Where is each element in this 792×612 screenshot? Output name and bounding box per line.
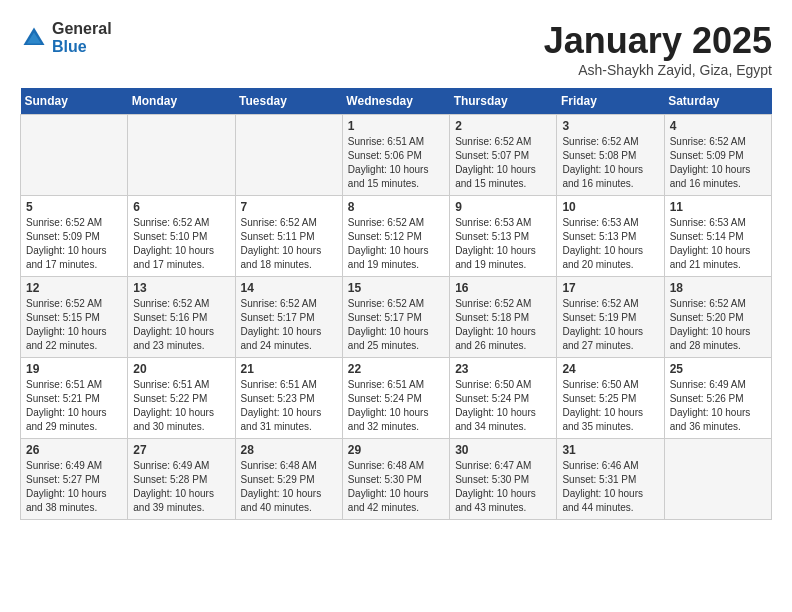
calendar-cell: 3Sunrise: 6:52 AMSunset: 5:08 PMDaylight… (557, 115, 664, 196)
day-number: 8 (348, 200, 444, 214)
logo-icon (20, 24, 48, 52)
calendar-cell: 12Sunrise: 6:52 AMSunset: 5:15 PMDayligh… (21, 277, 128, 358)
weekday-header-wednesday: Wednesday (342, 88, 449, 115)
calendar-cell: 10Sunrise: 6:53 AMSunset: 5:13 PMDayligh… (557, 196, 664, 277)
day-number: 28 (241, 443, 337, 457)
day-detail: Sunrise: 6:52 AMSunset: 5:15 PMDaylight:… (26, 297, 122, 353)
day-number: 2 (455, 119, 551, 133)
calendar-cell: 8Sunrise: 6:52 AMSunset: 5:12 PMDaylight… (342, 196, 449, 277)
day-detail: Sunrise: 6:53 AMSunset: 5:14 PMDaylight:… (670, 216, 766, 272)
day-detail: Sunrise: 6:49 AMSunset: 5:28 PMDaylight:… (133, 459, 229, 515)
day-detail: Sunrise: 6:52 AMSunset: 5:12 PMDaylight:… (348, 216, 444, 272)
day-detail: Sunrise: 6:51 AMSunset: 5:21 PMDaylight:… (26, 378, 122, 434)
day-detail: Sunrise: 6:52 AMSunset: 5:19 PMDaylight:… (562, 297, 658, 353)
day-number: 5 (26, 200, 122, 214)
logo-blue-text: Blue (52, 38, 112, 56)
day-number: 22 (348, 362, 444, 376)
day-detail: Sunrise: 6:52 AMSunset: 5:18 PMDaylight:… (455, 297, 551, 353)
calendar-cell (664, 439, 771, 520)
day-detail: Sunrise: 6:52 AMSunset: 5:09 PMDaylight:… (26, 216, 122, 272)
calendar-cell: 14Sunrise: 6:52 AMSunset: 5:17 PMDayligh… (235, 277, 342, 358)
day-number: 16 (455, 281, 551, 295)
calendar-cell: 25Sunrise: 6:49 AMSunset: 5:26 PMDayligh… (664, 358, 771, 439)
day-detail: Sunrise: 6:52 AMSunset: 5:10 PMDaylight:… (133, 216, 229, 272)
weekday-row: SundayMondayTuesdayWednesdayThursdayFrid… (21, 88, 772, 115)
day-detail: Sunrise: 6:53 AMSunset: 5:13 PMDaylight:… (562, 216, 658, 272)
calendar-cell: 27Sunrise: 6:49 AMSunset: 5:28 PMDayligh… (128, 439, 235, 520)
day-number: 12 (26, 281, 122, 295)
day-number: 11 (670, 200, 766, 214)
calendar-cell: 2Sunrise: 6:52 AMSunset: 5:07 PMDaylight… (450, 115, 557, 196)
calendar-body: 1Sunrise: 6:51 AMSunset: 5:06 PMDaylight… (21, 115, 772, 520)
calendar-cell: 30Sunrise: 6:47 AMSunset: 5:30 PMDayligh… (450, 439, 557, 520)
day-number: 17 (562, 281, 658, 295)
day-detail: Sunrise: 6:52 AMSunset: 5:07 PMDaylight:… (455, 135, 551, 191)
day-number: 1 (348, 119, 444, 133)
day-number: 15 (348, 281, 444, 295)
calendar-cell: 24Sunrise: 6:50 AMSunset: 5:25 PMDayligh… (557, 358, 664, 439)
logo: General Blue (20, 20, 112, 55)
calendar-header: SundayMondayTuesdayWednesdayThursdayFrid… (21, 88, 772, 115)
week-row-3: 12Sunrise: 6:52 AMSunset: 5:15 PMDayligh… (21, 277, 772, 358)
weekday-header-thursday: Thursday (450, 88, 557, 115)
day-detail: Sunrise: 6:51 AMSunset: 5:24 PMDaylight:… (348, 378, 444, 434)
day-number: 4 (670, 119, 766, 133)
day-number: 6 (133, 200, 229, 214)
calendar-table: SundayMondayTuesdayWednesdayThursdayFrid… (20, 88, 772, 520)
weekday-header-sunday: Sunday (21, 88, 128, 115)
day-number: 10 (562, 200, 658, 214)
day-number: 25 (670, 362, 766, 376)
day-number: 14 (241, 281, 337, 295)
day-number: 21 (241, 362, 337, 376)
day-detail: Sunrise: 6:50 AMSunset: 5:25 PMDaylight:… (562, 378, 658, 434)
calendar-cell: 16Sunrise: 6:52 AMSunset: 5:18 PMDayligh… (450, 277, 557, 358)
calendar-cell: 15Sunrise: 6:52 AMSunset: 5:17 PMDayligh… (342, 277, 449, 358)
calendar-cell (235, 115, 342, 196)
day-number: 3 (562, 119, 658, 133)
calendar-cell: 7Sunrise: 6:52 AMSunset: 5:11 PMDaylight… (235, 196, 342, 277)
day-detail: Sunrise: 6:49 AMSunset: 5:27 PMDaylight:… (26, 459, 122, 515)
day-detail: Sunrise: 6:52 AMSunset: 5:16 PMDaylight:… (133, 297, 229, 353)
calendar-subtitle: Ash-Shaykh Zayid, Giza, Egypt (544, 62, 772, 78)
week-row-2: 5Sunrise: 6:52 AMSunset: 5:09 PMDaylight… (21, 196, 772, 277)
page-header: General Blue January 2025 Ash-Shaykh Zay… (20, 20, 772, 78)
day-detail: Sunrise: 6:51 AMSunset: 5:22 PMDaylight:… (133, 378, 229, 434)
week-row-4: 19Sunrise: 6:51 AMSunset: 5:21 PMDayligh… (21, 358, 772, 439)
day-number: 29 (348, 443, 444, 457)
day-number: 23 (455, 362, 551, 376)
day-number: 24 (562, 362, 658, 376)
day-number: 30 (455, 443, 551, 457)
day-detail: Sunrise: 6:51 AMSunset: 5:23 PMDaylight:… (241, 378, 337, 434)
calendar-cell (128, 115, 235, 196)
day-number: 13 (133, 281, 229, 295)
logo-general-text: General (52, 20, 112, 38)
calendar-cell: 18Sunrise: 6:52 AMSunset: 5:20 PMDayligh… (664, 277, 771, 358)
day-number: 27 (133, 443, 229, 457)
day-detail: Sunrise: 6:52 AMSunset: 5:11 PMDaylight:… (241, 216, 337, 272)
day-detail: Sunrise: 6:52 AMSunset: 5:20 PMDaylight:… (670, 297, 766, 353)
calendar-cell: 21Sunrise: 6:51 AMSunset: 5:23 PMDayligh… (235, 358, 342, 439)
calendar-cell: 5Sunrise: 6:52 AMSunset: 5:09 PMDaylight… (21, 196, 128, 277)
calendar-cell: 17Sunrise: 6:52 AMSunset: 5:19 PMDayligh… (557, 277, 664, 358)
calendar-cell: 19Sunrise: 6:51 AMSunset: 5:21 PMDayligh… (21, 358, 128, 439)
day-detail: Sunrise: 6:50 AMSunset: 5:24 PMDaylight:… (455, 378, 551, 434)
day-detail: Sunrise: 6:48 AMSunset: 5:29 PMDaylight:… (241, 459, 337, 515)
calendar-title: January 2025 (544, 20, 772, 62)
day-number: 9 (455, 200, 551, 214)
day-number: 7 (241, 200, 337, 214)
calendar-cell: 28Sunrise: 6:48 AMSunset: 5:29 PMDayligh… (235, 439, 342, 520)
weekday-header-monday: Monday (128, 88, 235, 115)
day-number: 31 (562, 443, 658, 457)
day-detail: Sunrise: 6:52 AMSunset: 5:17 PMDaylight:… (241, 297, 337, 353)
calendar-cell: 20Sunrise: 6:51 AMSunset: 5:22 PMDayligh… (128, 358, 235, 439)
calendar-cell: 1Sunrise: 6:51 AMSunset: 5:06 PMDaylight… (342, 115, 449, 196)
calendar-cell (21, 115, 128, 196)
day-detail: Sunrise: 6:49 AMSunset: 5:26 PMDaylight:… (670, 378, 766, 434)
calendar-cell: 29Sunrise: 6:48 AMSunset: 5:30 PMDayligh… (342, 439, 449, 520)
day-number: 20 (133, 362, 229, 376)
calendar-cell: 6Sunrise: 6:52 AMSunset: 5:10 PMDaylight… (128, 196, 235, 277)
day-detail: Sunrise: 6:52 AMSunset: 5:09 PMDaylight:… (670, 135, 766, 191)
weekday-header-saturday: Saturday (664, 88, 771, 115)
day-detail: Sunrise: 6:52 AMSunset: 5:08 PMDaylight:… (562, 135, 658, 191)
calendar-cell: 26Sunrise: 6:49 AMSunset: 5:27 PMDayligh… (21, 439, 128, 520)
